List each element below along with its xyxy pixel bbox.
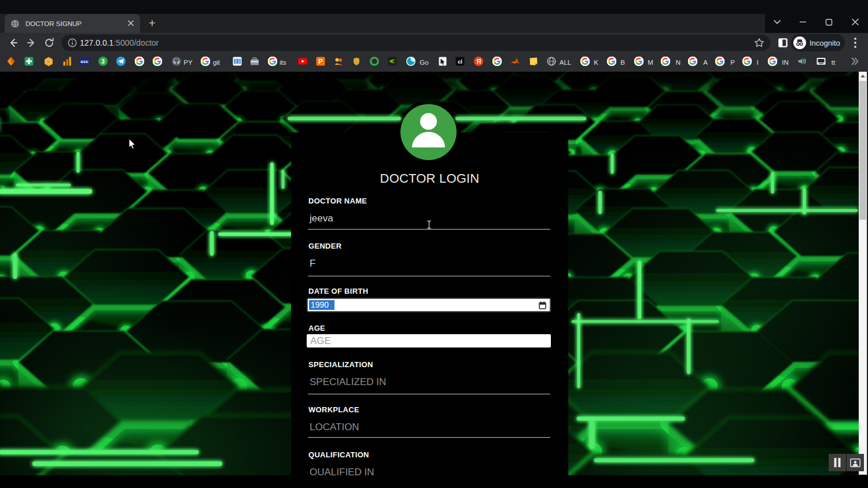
svg-text:Я: Я <box>477 58 481 65</box>
svg-text:3: 3 <box>101 57 105 64</box>
svg-text:P: P <box>318 58 322 65</box>
svg-text:IEEE: IEEE <box>80 60 89 64</box>
svg-text:cl: cl <box>458 58 462 64</box>
